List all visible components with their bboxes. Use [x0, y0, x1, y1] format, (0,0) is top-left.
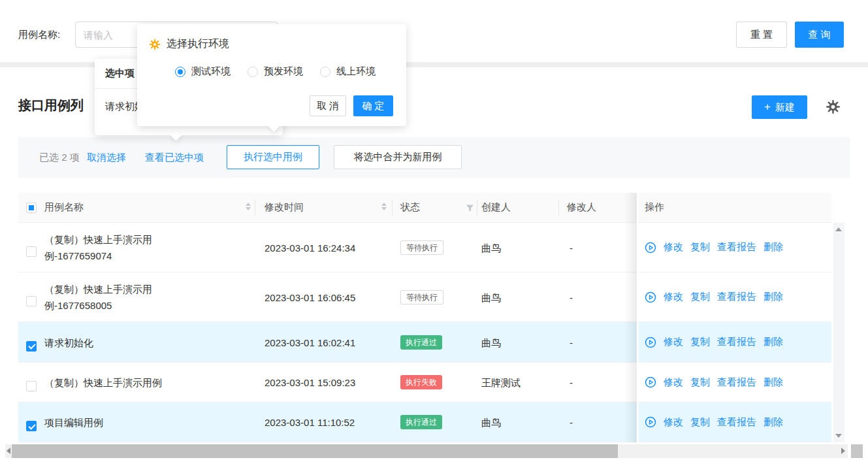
table-row-actions: 修改复制查看报告删除 [639, 322, 831, 363]
play-circle-icon[interactable] [645, 416, 656, 428]
case-name-cell: （复制）快速上手演示用例-1677659074 [44, 231, 208, 264]
modified-time-cell: 2023-03-01 16:24:34 [265, 239, 355, 255]
row-checkbox[interactable] [26, 246, 37, 257]
table-row[interactable]: （复制）快速上手演示用例-16776590742023-03-01 16:24:… [18, 223, 637, 272]
play-circle-icon[interactable] [645, 337, 656, 348]
modifier-cell: - [570, 289, 573, 305]
settings-gear-icon[interactable] [826, 99, 841, 117]
edit-link[interactable]: 修改 [664, 376, 683, 389]
modified-time-cell: 2023-03-01 15:09:23 [265, 374, 355, 391]
modifier-cell: - [570, 239, 573, 255]
radio-icon [248, 67, 258, 77]
creator-cell: 曲鸟 [481, 289, 501, 305]
table-row[interactable]: （复制）快速上手演示用例-16776580052023-03-01 16:06:… [18, 272, 637, 322]
modifier-cell: - [570, 414, 573, 431]
row-checkbox[interactable] [26, 341, 37, 352]
sort-carets-icon[interactable] [246, 203, 251, 210]
table-row[interactable]: （复制）快速上手演示用例2023-03-01 15:09:23执行失败王牌测试- [18, 363, 637, 402]
row-checkbox[interactable] [26, 381, 37, 391]
radio-option-staging[interactable]: 预发环境 [248, 65, 303, 78]
cancel-button[interactable]: 取 消 [310, 95, 346, 116]
plus-icon: + [764, 101, 771, 114]
table-row-actions: 修改复制查看报告删除 [639, 223, 831, 272]
table-row-actions: 修改复制查看报告删除 [639, 402, 831, 442]
case-name-label: 用例名称: [18, 29, 60, 41]
modifier-cell: - [570, 374, 573, 391]
radio-icon [320, 67, 330, 77]
creator-cell: 曲鸟 [481, 239, 501, 255]
case-name-cell: 项目编辑用例 [44, 414, 208, 431]
table-row[interactable]: 请求初始化2023-03-01 16:02:41执行通过曲鸟- [18, 322, 637, 363]
new-button[interactable]: + 新建 [752, 95, 807, 119]
edit-link[interactable]: 修改 [664, 416, 683, 429]
view-selected-link[interactable]: 查看已选中项 [145, 152, 204, 164]
selected-count: 已选 2 项 [39, 152, 80, 164]
select-all-checkbox[interactable] [26, 203, 37, 213]
new-button-label: 新建 [775, 101, 795, 114]
radio-option-test[interactable]: 测试环境 [175, 65, 231, 78]
query-button[interactable]: 查 询 [795, 22, 844, 48]
play-circle-icon[interactable] [645, 291, 656, 303]
table-body-actions: 修改复制查看报告删除修改复制查看报告删除修改复制查看报告删除修改复制查看报告删除… [639, 223, 831, 442]
radio-option-prod[interactable]: 线上环境 [320, 65, 376, 78]
col-status-header: 状态 [400, 201, 420, 214]
play-circle-icon[interactable] [645, 376, 656, 388]
delete-link[interactable]: 删除 [764, 241, 783, 254]
horizontal-scrollbar[interactable] [5, 444, 848, 458]
view-report-link[interactable]: 查看报告 [717, 376, 756, 389]
radio-icon [175, 67, 185, 77]
delete-link[interactable]: 删除 [764, 291, 783, 303]
table-row-actions: 修改复制查看报告删除 [639, 363, 831, 402]
col-creator-header: 创建人 [481, 201, 511, 214]
col-modifier-header: 修改人 [567, 201, 596, 214]
col-name-header: 用例名称 [44, 201, 84, 214]
scrollbar-corner [851, 444, 863, 458]
merge-selected-button[interactable]: 将选中合并为新用例 [334, 145, 462, 169]
status-badge: 等待执行 [400, 240, 443, 255]
filter-funnel-icon[interactable] [466, 203, 474, 214]
scroll-down-arrow-icon [835, 434, 842, 438]
row-checkbox[interactable] [26, 421, 37, 431]
play-circle-icon[interactable] [645, 242, 656, 254]
table-row-actions: 修改复制查看报告删除 [639, 272, 831, 322]
edit-link[interactable]: 修改 [664, 291, 683, 303]
vertical-scrollbar[interactable] [833, 223, 844, 442]
col-actions-header: 操作 [645, 201, 664, 214]
table-header-actions: 操作 [639, 193, 831, 223]
copy-link[interactable]: 复制 [690, 376, 710, 389]
status-badge: 执行失败 [400, 375, 442, 389]
copy-link[interactable]: 复制 [690, 336, 710, 348]
modified-time-cell: 2023-03-01 11:10:52 [265, 414, 355, 431]
copy-link[interactable]: 复制 [690, 416, 710, 429]
col-time-header: 修改时间 [265, 201, 304, 214]
creator-cell: 曲鸟 [481, 414, 501, 431]
cancel-selection-link[interactable]: 取消选择 [87, 152, 126, 164]
reset-button[interactable]: 重 置 [736, 22, 787, 48]
api-case-list-page: 用例名称: 重 置 查 询 接口用例列 + 新建 已选 2 项 取消选择 查看已… [0, 0, 868, 460]
view-report-link[interactable]: 查看报告 [717, 336, 756, 348]
delete-link[interactable]: 删除 [764, 376, 783, 389]
copy-link[interactable]: 复制 [690, 291, 710, 303]
copy-link[interactable]: 复制 [690, 241, 710, 254]
edit-link[interactable]: 修改 [664, 241, 683, 254]
creator-cell: 王牌测试 [481, 374, 521, 391]
edit-link[interactable]: 修改 [664, 336, 683, 348]
delete-link[interactable]: 删除 [764, 336, 783, 348]
delete-link[interactable]: 删除 [764, 416, 783, 429]
modified-time-cell: 2023-03-01 16:06:45 [265, 289, 355, 305]
view-report-link[interactable]: 查看报告 [717, 416, 756, 429]
case-name-cell: 请求初始化 [44, 334, 208, 350]
sort-carets-icon[interactable] [381, 203, 387, 210]
view-report-link[interactable]: 查看报告 [717, 291, 756, 303]
status-badge: 等待执行 [400, 290, 443, 304]
confirm-button[interactable]: 确 定 [353, 95, 393, 116]
row-checkbox[interactable] [26, 296, 37, 306]
table-header: 用例名称 修改时间 状态 创建人 修改人 [18, 193, 637, 223]
view-report-link[interactable]: 查看报告 [717, 241, 756, 254]
modified-time-cell: 2023-03-01 16:02:41 [265, 334, 355, 350]
table-body: （复制）快速上手演示用例-16776590742023-03-01 16:24:… [18, 223, 637, 442]
table-row[interactable]: 项目编辑用例2023-03-01 11:10:52执行通过曲鸟- [18, 402, 637, 442]
status-badge: 执行通过 [400, 415, 442, 429]
horizontal-scroll-thumb[interactable] [12, 444, 618, 458]
run-selected-button[interactable]: 执行选中用例 [227, 145, 319, 169]
